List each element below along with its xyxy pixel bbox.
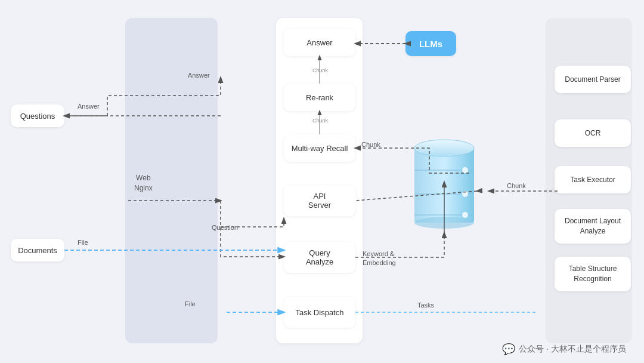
svg-point-8 [462,212,468,218]
svg-point-1 [414,140,474,156]
chunk-label-right: Chunk [507,182,526,189]
file-label-2: File [185,300,196,307]
questions-box: Questions [11,104,64,127]
multiway-box: Multi-way Recall [284,134,355,162]
task-dispatch-box: Task Dispatch [284,297,355,328]
rerank-box: Re-rank [284,84,355,111]
chunk-label-1: Chunk [312,67,328,73]
web-nginx-label: Web Nginx [134,173,153,193]
svg-point-5 [414,217,474,229]
svg-rect-0 [414,148,474,223]
answer-label-2: Answer [188,72,210,79]
answer-label-1: Answer [78,103,100,110]
chunk-label-3: Chunk [361,141,380,148]
ocr-box: OCR [555,119,631,147]
doc-layout-box: Document Layout Analyze [555,209,631,244]
database-cylinder [411,137,477,233]
watermark-icon: 💬 [502,343,515,356]
watermark-text: 公众号 · 大林不止是个程序员 [519,344,626,355]
svg-point-6 [462,167,468,173]
doc-parser-box: Document Parser [555,66,631,93]
center-panel [276,18,363,343]
documents-box: Documents [11,239,64,262]
svg-point-7 [462,191,468,197]
chunk-label-2: Chunk [312,118,328,124]
task-executor-box: Task Executor [555,166,631,193]
question-label: Question [212,224,238,231]
llms-box: LLMs [405,31,456,56]
file-label-1: File [78,239,88,246]
api-server-box: API Server [284,185,355,216]
query-analyze-box: Query Analyze [284,242,355,273]
watermark: 💬 公众号 · 大林不止是个程序员 [502,343,626,356]
tasks-label: Tasks [417,302,434,309]
table-struct-box: Table Structure Recognition [555,257,631,291]
keyword-embedding-label: Keyword & Embedding [363,250,396,268]
answer-box: Answer [284,29,355,56]
